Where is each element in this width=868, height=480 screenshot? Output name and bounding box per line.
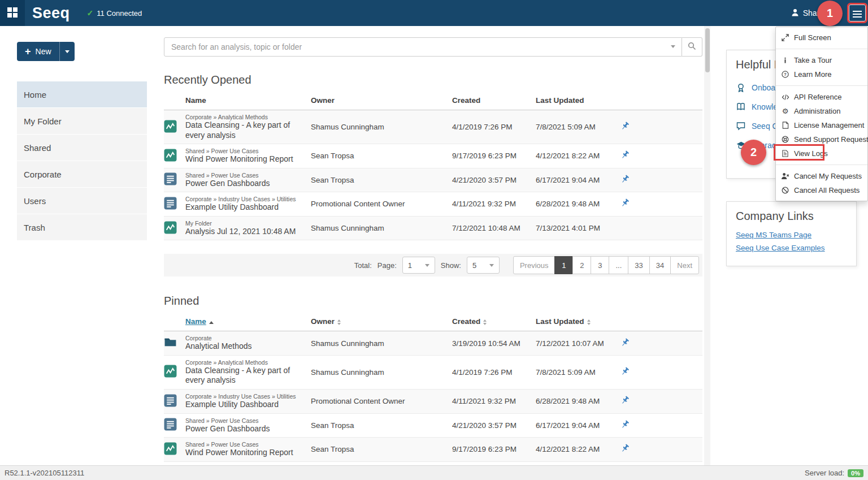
chat-icon <box>736 122 746 131</box>
item-path: Shared » Power Use Cases <box>185 148 307 154</box>
company-link-seeq-ms-teams-page[interactable]: Seeq MS Teams Page <box>736 228 847 241</box>
item-name[interactable]: Analytical Methods <box>185 341 307 352</box>
sidebar-item-corporate[interactable]: Corporate <box>17 161 147 187</box>
column-header-name[interactable]: Name <box>185 312 311 331</box>
analysis-icon <box>164 120 177 133</box>
pin-icon[interactable] <box>620 396 630 405</box>
menu-item-cancel-all-requests[interactable]: Cancel All Requests <box>776 183 867 197</box>
table-row[interactable]: My FolderAnalysis Jul 12, 2021 10:48 AMS… <box>164 216 702 240</box>
search-dropdown-caret[interactable] <box>671 45 675 48</box>
seeq-logo: Seeq <box>32 5 70 22</box>
item-owner: Shamus Cunningham <box>311 355 452 389</box>
search-input[interactable] <box>164 37 682 57</box>
sidebar-item-home[interactable]: Home <box>17 81 147 107</box>
connection-status[interactable]: ✓ 11 Connected <box>87 8 142 18</box>
pin-icon[interactable] <box>620 175 630 184</box>
item-name[interactable]: Example Utility Dashboard <box>185 400 307 410</box>
search-button[interactable] <box>682 37 702 57</box>
pin-icon[interactable] <box>620 367 630 376</box>
item-owner: Sean Tropsa <box>311 168 452 192</box>
pin-icon[interactable] <box>620 338 630 347</box>
sidebar-item-my-folder[interactable]: My Folder <box>17 108 147 134</box>
sidebar-item-trash[interactable]: Trash <box>17 214 147 240</box>
sort-icon <box>337 319 341 325</box>
company-link-seeq-use-case-examples[interactable]: Seeq Use Case Examples <box>736 241 847 254</box>
item-owner: Promotional Content Owner <box>311 192 452 217</box>
show-label: Show: <box>441 261 461 270</box>
item-name[interactable]: Example Utility Dashboard <box>185 202 307 213</box>
item-name[interactable]: Wind Power Monitoring Report <box>185 154 307 165</box>
page-button-34[interactable]: 34 <box>649 256 671 274</box>
item-name[interactable]: Wind Power Monitoring Report <box>185 448 307 458</box>
page-button-3[interactable]: 3 <box>591 256 609 274</box>
server-load-label: Server load: <box>805 469 844 477</box>
info-icon <box>781 57 789 64</box>
menu-item-learn-more[interactable]: ?Learn More <box>776 67 867 81</box>
page-select-value: 1 <box>408 261 412 270</box>
sort-icon <box>483 319 487 325</box>
top-navbar: Seeq ✓ 11 Connected Shamus <box>0 0 868 26</box>
column-header-last-updated[interactable]: Last Updated <box>536 312 620 331</box>
pin-icon[interactable] <box>620 198 630 207</box>
new-dropdown-caret[interactable] <box>59 42 75 61</box>
table-row[interactable]: Corporate » Analytical MethodsData Clean… <box>164 110 702 144</box>
topic-icon <box>164 394 177 407</box>
pin-icon[interactable] <box>620 444 630 453</box>
menu-item-administration[interactable]: ⚙Administration <box>776 104 867 118</box>
column-header-owner[interactable]: Owner <box>311 312 452 331</box>
new-button[interactable]: + New <box>17 42 75 61</box>
page-buttons: Previous123...3334Next <box>513 256 699 274</box>
menu-item-full-screen[interactable]: Full Screen <box>776 31 867 45</box>
table-row[interactable]: Shared » Power Use CasesPower Gen Dashbo… <box>164 413 702 438</box>
table-row[interactable]: CorporateAnalytical MethodsShamus Cunnin… <box>164 331 702 356</box>
scrollbar-thumb[interactable] <box>705 28 710 72</box>
version-label: R52.1.1-v202105112311 <box>5 469 84 477</box>
item-updated: 7/8/2021 5:09 AM <box>536 355 620 389</box>
item-name[interactable]: Data Cleansing - A key part of every ana… <box>185 120 307 140</box>
page-button-2[interactable]: 2 <box>572 256 591 274</box>
page-size-select[interactable]: 5 <box>467 257 500 274</box>
vertical-scrollbar[interactable] <box>704 26 710 465</box>
app-grid-button[interactable] <box>0 0 25 26</box>
item-name[interactable]: Data Cleansing - A key part of every ana… <box>185 366 307 386</box>
item-name[interactable]: Power Gen Dashboards <box>185 424 307 434</box>
menu-item-cancel-my-requests[interactable]: Cancel My Requests <box>776 169 867 183</box>
pin-icon[interactable] <box>620 122 630 131</box>
menu-item-take-a-tour[interactable]: Take a Tour <box>776 53 867 67</box>
hamburger-menu-button[interactable] <box>849 5 866 21</box>
pin-icon[interactable] <box>620 420 630 429</box>
menu-item-api-reference[interactable]: API Reference <box>776 90 867 104</box>
question-icon: ? <box>781 71 789 78</box>
previous-page-button[interactable]: Previous <box>513 256 555 274</box>
table-row[interactable]: Shared » Power Use CasesWind Power Monit… <box>164 144 702 168</box>
page-size-value: 5 <box>472 261 476 270</box>
column-header-created[interactable]: Created <box>452 312 536 331</box>
item-owner: Sean Tropsa <box>311 144 452 168</box>
table-row[interactable]: Shared » Power Use CasesPower Gen Dashbo… <box>164 168 702 192</box>
table-row[interactable]: Shared » Power Use CasesWind Power Monit… <box>164 438 702 462</box>
next-page-button[interactable]: Next <box>670 256 699 274</box>
item-created: 4/1/2019 7:26 PM <box>452 355 536 389</box>
item-path: Corporate » Analytical Methods <box>185 359 307 366</box>
page-button-[interactable]: ... <box>609 256 628 274</box>
pin-icon[interactable] <box>620 150 630 159</box>
page-select[interactable]: 1 <box>402 257 435 274</box>
item-name[interactable]: Power Gen Dashboards <box>185 179 307 189</box>
grid-icon <box>7 7 18 19</box>
left-sidebar: + New HomeMy FolderSharedCorporateUsersT… <box>0 26 153 465</box>
item-path: Shared » Power Use Cases <box>185 172 307 179</box>
company-links-panel: Company Links Seeq MS Teams PageSeeq Use… <box>726 201 857 266</box>
sidebar-item-users[interactable]: Users <box>17 188 147 214</box>
total-label: Total: <box>354 261 372 270</box>
table-row[interactable]: Corporate » Industry Use Cases » Utiliti… <box>164 192 702 217</box>
table-row[interactable]: Corporate » Analytical MethodsData Clean… <box>164 355 702 389</box>
item-name[interactable]: Analysis Jul 12, 2021 10:48 AM <box>185 227 307 237</box>
ban-icon <box>781 187 789 194</box>
table-row[interactable]: Corporate » Industry Use Cases » Utiliti… <box>164 389 702 413</box>
page-button-33[interactable]: 33 <box>628 256 649 274</box>
menu-item-license-management[interactable]: License Management <box>776 118 867 132</box>
gear-icon: ⚙ <box>781 107 789 115</box>
sidebar-item-shared[interactable]: Shared <box>17 135 147 161</box>
annotation-highlight-view-logs <box>774 144 824 161</box>
page-button-1[interactable]: 1 <box>554 256 573 274</box>
